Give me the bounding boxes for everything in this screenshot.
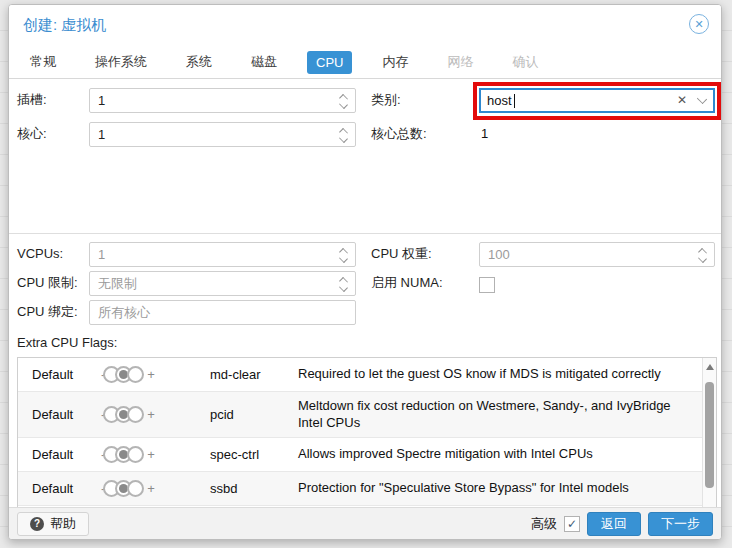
cpu-affinity-label: CPU 绑定: [17, 300, 78, 324]
tab-general[interactable]: 常规 [21, 49, 65, 75]
cpu-limit-spinner-arrows[interactable] [338, 275, 350, 294]
slider-on-option[interactable] [127, 406, 144, 423]
question-icon: ? [30, 517, 44, 531]
footer-actions: 高级 ✓ 返回 下一步 [531, 512, 713, 536]
cores-spinner[interactable] [89, 122, 356, 147]
flag-default-label: Default [32, 367, 98, 382]
vcpus-input[interactable] [90, 243, 355, 266]
total-cores-label: 核心总数: [371, 122, 427, 146]
extra-cpu-flags-label: Extra CPU Flags: [17, 335, 117, 350]
flag-description: Meltdown fix cost reduction on Westmere,… [298, 398, 698, 431]
section-divider [9, 233, 721, 234]
dialog-header: 创建: 虚拟机 ✕ [9, 5, 721, 45]
flag-row-spec-ctrl: Default - + spec-ctrl Allows improved Sp… [18, 438, 702, 472]
flag-tristate-slider[interactable]: - + [98, 446, 210, 463]
flag-name: md-clear [210, 367, 298, 382]
tab-confirm: 确认 [503, 49, 547, 75]
advanced-checkbox[interactable]: ✓ [564, 516, 580, 532]
cpu-weight-spinner-arrows[interactable] [697, 246, 709, 265]
scrollbar-thumb[interactable] [705, 382, 714, 488]
create-vm-dialog: 创建: 虚拟机 ✕ 常规 操作系统 系统 磁盘 CPU 内存 网络 确认 插槽:… [8, 4, 722, 540]
cpu-type-combobox[interactable]: ✕ [479, 88, 715, 113]
flag-description: Required to let the guest OS know if MDS… [298, 366, 698, 382]
vcpus-label: VCPUs: [17, 242, 63, 266]
tab-os[interactable]: 操作系统 [86, 49, 156, 75]
cpu-affinity-field[interactable] [89, 300, 356, 325]
flag-tristate-slider[interactable]: - + [98, 406, 210, 423]
cores-label: 核心: [17, 122, 47, 146]
advanced-label: 高级 [531, 515, 557, 533]
tab-network: 网络 [438, 49, 482, 75]
flag-name: ssbd [210, 481, 298, 496]
help-button-label: 帮助 [50, 515, 76, 533]
flag-row-pcid: Default - + pcid Meltdown fix cost reduc… [18, 392, 702, 438]
tab-cpu[interactable]: CPU [307, 51, 352, 74]
scroll-up-icon[interactable] [706, 364, 714, 370]
cores-spinner-arrows[interactable] [338, 126, 350, 145]
cpu-limit-label: CPU 限制: [17, 271, 78, 295]
tab-memory[interactable]: 内存 [373, 49, 417, 75]
slider-plus-label[interactable]: + [144, 367, 158, 382]
slider-on-option[interactable] [127, 446, 144, 463]
sockets-input[interactable] [90, 89, 355, 112]
help-button[interactable]: ? 帮助 [17, 512, 89, 536]
flag-description: Allows improved Spectre mitigation with … [298, 446, 698, 462]
flag-name: spec-ctrl [210, 447, 298, 462]
enable-numa-label: 启用 NUMA: [371, 271, 443, 295]
dialog-body: 插槽: 类别: ✕ 核心: 核心总数: 1 VCPUs: [9, 78, 721, 507]
flag-default-label: Default [32, 481, 98, 496]
cpu-weight-input[interactable] [480, 243, 714, 266]
sockets-spinner[interactable] [89, 88, 356, 113]
sockets-spinner-arrows[interactable] [338, 92, 350, 111]
cpu-type-combo-wrap: ✕ [479, 88, 715, 113]
back-button[interactable]: 返回 [587, 512, 641, 536]
text-cursor [514, 94, 515, 108]
enable-numa-checkbox[interactable] [479, 277, 495, 293]
total-cores-value: 1 [481, 122, 488, 146]
vcpus-spinner-arrows[interactable] [338, 246, 350, 265]
flag-row-md-clear: Default - + md-clear Required to let the… [18, 358, 702, 392]
slider-plus-label[interactable]: + [144, 447, 158, 462]
cpu-weight-label: CPU 权重: [371, 242, 432, 266]
flag-tristate-slider[interactable]: - + [98, 366, 210, 383]
cpu-limit-spinner[interactable] [89, 271, 356, 296]
flag-name: pcid [210, 407, 298, 422]
cpu-weight-spinner[interactable] [479, 242, 715, 267]
slider-plus-label[interactable]: + [144, 481, 158, 496]
slider-on-option[interactable] [127, 480, 144, 497]
slider-plus-label[interactable]: + [144, 407, 158, 422]
next-button[interactable]: 下一步 [648, 512, 713, 536]
dialog-footer: ? 帮助 高级 ✓ 返回 下一步 [9, 507, 721, 539]
flag-tristate-slider[interactable]: - + [98, 480, 210, 497]
sockets-label: 插槽: [17, 88, 47, 112]
cores-input[interactable] [90, 123, 355, 146]
tab-system[interactable]: 系统 [177, 49, 221, 75]
flag-row-ssbd: Default - + ssbd Protection for "Specula… [18, 472, 702, 506]
clear-icon[interactable]: ✕ [677, 93, 687, 107]
slider-on-option[interactable] [127, 366, 144, 383]
dialog-title: 创建: 虚拟机 [23, 16, 106, 35]
close-icon[interactable]: ✕ [689, 14, 709, 34]
cpu-affinity-input[interactable] [90, 301, 355, 324]
tab-disks[interactable]: 磁盘 [242, 49, 286, 75]
flag-default-label: Default [32, 407, 98, 422]
cpu-limit-input[interactable] [90, 272, 355, 295]
flag-description: Protection for "Speculative Store Bypass… [298, 480, 698, 496]
vcpus-spinner[interactable] [89, 242, 356, 267]
cpu-type-label: 类别: [371, 88, 401, 112]
wizard-tabbar: 常规 操作系统 系统 磁盘 CPU 内存 网络 确认 [21, 49, 709, 75]
flag-default-label: Default [32, 447, 98, 462]
